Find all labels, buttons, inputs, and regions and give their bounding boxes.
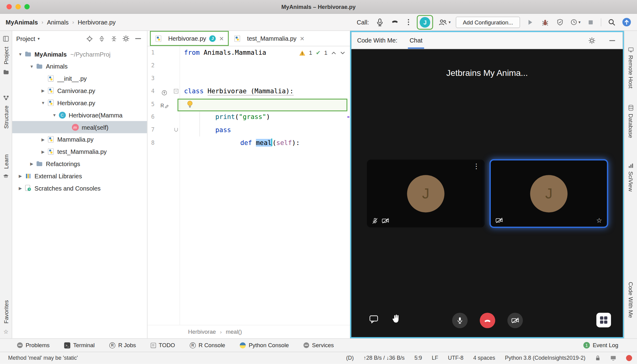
sidebar-item-sciview[interactable]: SciView [624,163,637,191]
status-d-indicator[interactable]: (D) [346,355,354,361]
close-icon[interactable]: ✕ [300,35,305,42]
code-line-3[interactable] [180,72,350,85]
tool-button-todo[interactable]: TODO [151,342,175,348]
tree-item-myanimals[interactable]: ▼ MyAnimals ~/PycharmProj [12,48,147,60]
sidebar-item-remote-host[interactable]: Remote Host [624,47,637,88]
tree-item-carnivorae[interactable]: ▶ Carnivorae.py [12,84,147,97]
more-options-icon[interactable]: ⋮ [473,162,480,171]
chevron-right-icon[interactable]: ▶ [39,88,47,93]
tab-test-mammalia[interactable]: test_Mammalia.py ✕ [229,31,310,46]
status-message[interactable]: Method 'meal' may be 'static' [8,355,78,361]
tab-chat[interactable]: Chat [408,32,424,49]
tree-item-meal-method[interactable]: m meal(self) [12,121,147,133]
microphone-icon[interactable] [375,17,385,27]
chevron-up-icon[interactable] [331,51,336,55]
sidebar-item-project[interactable]: Project [3,47,9,65]
fold-marker-icon[interactable]: − [174,89,178,94]
pin-star-icon[interactable]: ☆ [596,217,602,224]
more-options-icon[interactable] [405,17,412,27]
caret-position[interactable]: 5:9 [414,355,422,361]
tree-item-herbivorae-class[interactable]: ▼ C Herbivorae(Mamma [12,109,147,121]
tool-button-r-console[interactable]: R R Console [190,342,225,348]
tree-item-init[interactable]: __init__.py [12,72,147,84]
expand-all-icon[interactable] [97,34,106,43]
tab-herbivorae[interactable]: Herbivorae.py J ✕ [150,31,229,46]
sidebar-item-structure[interactable]: Structure [3,106,9,128]
tool-button-r-jobs[interactable]: R R Jobs [109,342,136,348]
chevron-down-icon[interactable]: ▼ [16,52,24,56]
close-icon[interactable]: ✕ [219,35,224,42]
settings-icon[interactable] [121,34,131,43]
code-line-6[interactable]: print("grass") [180,111,350,124]
interpreter[interactable]: Python 3.8 (CodeInsights2019-2) [505,355,585,361]
zoom-window-button[interactable] [24,4,30,9]
tool-button-problems[interactable]: Problems [17,342,50,348]
update-available-icon[interactable] [622,17,631,27]
chevron-down-icon[interactable]: ▼ [28,64,36,69]
code-line-5[interactable]: def meal(self): [180,98,350,111]
breadcrumb-class[interactable]: Herbivorae [188,329,216,335]
tool-button-event-log[interactable]: 1 Event Log [583,342,618,348]
breadcrumb-folder[interactable]: Animals [47,19,69,26]
camera-button[interactable] [507,313,523,328]
collapse-all-icon[interactable] [109,34,119,43]
participant-tile[interactable]: ⋮ J [367,160,485,228]
inspections-widget[interactable]: 1 ✔ 1 [299,50,345,56]
tree-item-herbivorae[interactable]: ▼ Herbivorae.py [12,97,147,109]
code-line-7[interactable]: pass [180,124,350,136]
profiler-menu[interactable]: ▾ [570,19,580,26]
chevron-right-icon[interactable]: ▶ [16,186,24,190]
project-view-selector[interactable]: Project [16,35,35,42]
editor-body[interactable]: 1 2 3 4 − 5 R 6 7 8 [147,46,350,325]
sidebar-item-database[interactable]: Database [624,105,637,138]
layout-grid-button[interactable] [596,313,611,327]
line-ending[interactable]: LF [432,355,438,361]
participant-tile-active[interactable]: J ☆ [490,159,608,228]
notification-dot[interactable] [626,355,632,361]
debug-icon[interactable] [540,17,550,27]
end-call-button[interactable] [480,313,495,328]
chevron-down-icon[interactable] [340,51,345,55]
tree-item-test-mammalia[interactable]: ▶ test_Mammalia.py [12,145,147,158]
chevron-right-icon[interactable]: ▶ [39,149,47,154]
stop-icon[interactable] [586,17,596,27]
microphone-button[interactable] [452,313,468,328]
sidebar-item-code-with-me[interactable]: Code With Me [624,282,637,318]
add-configuration-button[interactable]: Add Configuration... [456,17,520,28]
settings-icon[interactable] [587,35,597,45]
breadcrumb-method[interactable]: meal() [226,329,242,335]
code-line-4[interactable]: class Herbivorae (Mammalia): [180,85,350,98]
tool-button-terminal[interactable]: >_ Terminal [64,342,95,348]
run-icon[interactable] [525,17,535,27]
breadcrumb-file[interactable]: Herbivorae.py [78,19,116,26]
chevron-right-icon[interactable]: ▶ [39,137,47,142]
collaborator-avatar[interactable]: J [420,17,430,28]
close-window-button[interactable] [6,4,12,9]
chevron-right-icon[interactable]: ▶ [16,174,24,178]
run-with-coverage-icon[interactable] [555,17,565,27]
tree-item-mammalia[interactable]: ▶ Mammalia.py [12,133,147,146]
lock-icon[interactable] [595,355,600,361]
tool-button-services[interactable]: Services [304,342,334,348]
raise-hand-icon[interactable] [391,314,400,325]
phone-call-icon[interactable] [390,17,400,27]
participants-menu[interactable]: ▾ [438,18,451,26]
breadcrumb-project[interactable]: MyAnimals [6,19,38,26]
locate-file-icon[interactable] [84,34,94,43]
code-line-2[interactable] [180,59,350,72]
tree-item-refactorings[interactable]: ▶ Refactorings [12,158,147,170]
chevron-down-icon[interactable]: ▼ [39,101,47,105]
search-icon[interactable] [606,17,616,27]
sidebar-item-favorites[interactable]: Favorites [3,300,9,324]
tool-button-python-console[interactable]: Python Console [240,342,289,348]
code-line-8[interactable] [180,136,350,149]
minimize-window-button[interactable] [15,4,20,9]
chevron-right-icon[interactable]: ▶ [28,162,36,166]
encoding[interactable]: UTF-8 [448,355,464,361]
chat-icon[interactable] [369,315,378,325]
code-area[interactable]: from Animals.Mammalia class Herbivorae (… [180,46,350,325]
indent-setting[interactable]: 4 spaces [473,355,495,361]
chevron-down-icon[interactable]: ▼ [50,113,59,117]
screen-reader-icon[interactable] [610,355,616,361]
active-collaborator-frame[interactable]: J [417,15,433,29]
